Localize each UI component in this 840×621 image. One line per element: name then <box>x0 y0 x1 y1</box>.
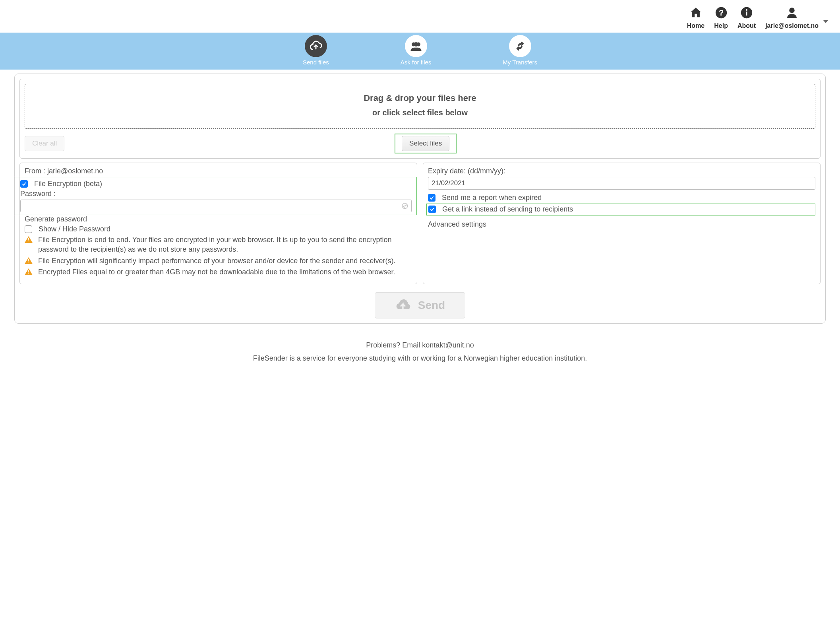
encryption-label: File Encryption (beta) <box>34 180 102 188</box>
generate-password-link[interactable]: Generate password <box>25 215 412 223</box>
right-panel: Expiry date: (dd/mm/yy): Send me a repor… <box>423 163 821 284</box>
home-icon <box>689 5 703 21</box>
nav-home-label: Home <box>687 22 705 29</box>
advanced-settings-link[interactable]: Advanced settings <box>428 220 815 229</box>
warn-text-1: File Encryption is end to end. Your file… <box>38 235 412 254</box>
svg-point-10 <box>404 206 405 208</box>
svg-point-5 <box>789 8 795 13</box>
transfers-icon <box>509 35 531 57</box>
footer-problems-email[interactable]: kontakt@unit.no <box>422 341 474 349</box>
warning-icon <box>25 236 33 243</box>
warning-icon <box>25 257 33 264</box>
show-hide-password-label: Show / Hide Password <box>39 225 110 233</box>
left-panel: From : jarle@oslomet.no File Encryption … <box>19 163 417 284</box>
dropzone-line1: Drag & drop your files here <box>29 93 811 103</box>
encryption-highlight: File Encryption (beta) Password : <box>13 177 417 215</box>
help-icon: ? <box>714 5 728 21</box>
nav-user-label: jarle@oslomet.no <box>765 22 819 29</box>
top-nav: Home ? Help About jarle@oslomet.no <box>0 0 840 33</box>
footer-problems-prefix: Problems? Email <box>366 341 422 349</box>
group-icon <box>405 35 427 57</box>
mode-send-files-label: Send files <box>303 59 329 66</box>
svg-rect-3 <box>746 12 747 16</box>
svg-point-4 <box>746 9 747 11</box>
cloud-upload-icon <box>305 35 327 57</box>
nav-help[interactable]: ? Help <box>714 5 728 29</box>
warn-text-3: Encrypted Files equal to or greater than… <box>38 267 395 277</box>
mode-send-files[interactable]: Send files <box>303 35 329 66</box>
expiry-label: Expiry date: (dd/mm/yy): <box>428 167 815 175</box>
send-button[interactable]: Send <box>375 292 465 318</box>
dropzone[interactable]: Drag & drop your files here or click sel… <box>25 84 815 129</box>
footer: Problems? Email kontakt@unit.no FileSend… <box>0 332 840 369</box>
nav-user[interactable]: jarle@oslomet.no <box>765 5 828 29</box>
cloud-upload-icon <box>395 297 411 313</box>
password-input[interactable] <box>20 200 412 212</box>
nav-about-label: About <box>737 22 756 29</box>
show-hide-password-checkbox[interactable] <box>25 225 32 233</box>
warning-icon <box>25 268 33 275</box>
from-line: From : jarle@oslomet.no <box>25 167 412 175</box>
svg-text:?: ? <box>719 8 724 17</box>
mode-ask-for-files[interactable]: Ask for files <box>401 35 432 66</box>
chevron-down-icon[interactable] <box>823 20 828 23</box>
mode-nav: Send files Ask for files My Transfers <box>0 33 840 70</box>
main-panel: Drag & drop your files here or click sel… <box>14 74 826 324</box>
upload-box: Drag & drop your files here or click sel… <box>19 79 821 159</box>
send-report-checkbox[interactable] <box>428 194 435 202</box>
mode-ask-label: Ask for files <box>401 59 432 66</box>
get-link-highlight: Get a link instead of sending to recipie… <box>426 204 815 215</box>
mode-transfers-label: My Transfers <box>503 59 537 66</box>
select-files-highlight: Select files <box>395 134 457 153</box>
mode-my-transfers[interactable]: My Transfers <box>503 35 537 66</box>
encryption-checkbox[interactable] <box>20 180 28 188</box>
password-label: Password : <box>20 190 412 198</box>
warn-text-2: File Encryption will significantly impac… <box>38 256 395 266</box>
svg-point-8 <box>414 42 418 47</box>
info-icon <box>740 5 753 21</box>
expiry-date-input[interactable] <box>428 177 815 190</box>
footer-description: FileSender is a service for everyone stu… <box>8 352 832 365</box>
send-button-label: Send <box>418 299 445 312</box>
send-report-label: Send me a report when expired <box>442 194 542 202</box>
nav-about[interactable]: About <box>737 5 756 29</box>
nav-home[interactable]: Home <box>687 5 705 29</box>
get-link-label: Get a link instead of sending to recipie… <box>442 205 573 213</box>
dropzone-line2: or click select files below <box>29 108 811 117</box>
user-icon <box>785 5 799 21</box>
key-icon <box>401 202 408 210</box>
nav-help-label: Help <box>714 22 728 29</box>
select-files-button[interactable]: Select files <box>402 136 449 151</box>
clear-all-button[interactable]: Clear all <box>25 136 64 151</box>
get-link-checkbox[interactable] <box>428 206 436 213</box>
